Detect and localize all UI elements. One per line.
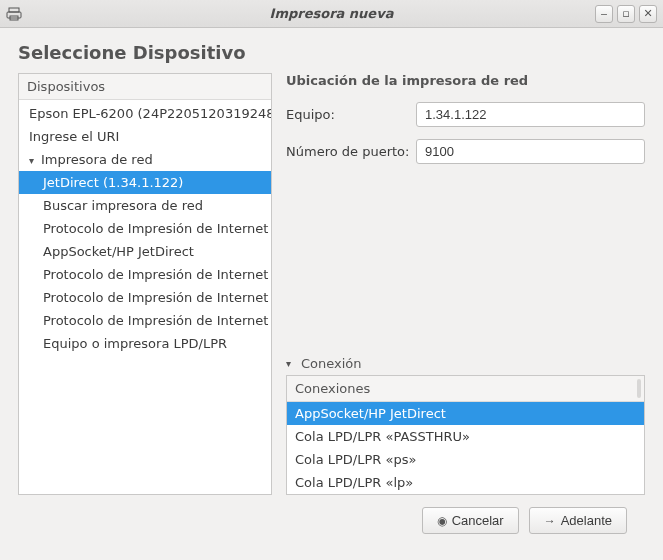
connection-item[interactable]: AppSocket/HP JetDirect	[287, 402, 644, 425]
device-item[interactable]: Epson EPL-6200 (24P22051203192485)	[19, 102, 271, 125]
cancel-icon: ◉	[437, 514, 447, 528]
device-item-label: AppSocket/HP JetDirect	[43, 244, 194, 259]
maximize-button[interactable]: ▫	[617, 5, 635, 23]
connection-list[interactable]: AppSocket/HP JetDirectCola LPD/LPR «PASS…	[287, 402, 644, 494]
connection-list-header: Conexiones	[287, 376, 644, 402]
device-item-label: Equipo o impresora LPD/LPR	[43, 336, 227, 351]
chevron-down-icon: ▾	[29, 155, 39, 166]
main-area: Dispositivos Epson EPL-6200 (24P22051203…	[18, 73, 645, 495]
device-item-label: JetDirect (1.34.1.122)	[43, 175, 183, 190]
device-item[interactable]: Protocolo de Impresión de Internet (ipp)	[19, 217, 271, 240]
host-input[interactable]	[416, 102, 645, 127]
printer-icon	[6, 6, 22, 22]
port-input[interactable]	[416, 139, 645, 164]
chevron-down-icon: ▾	[286, 358, 296, 369]
right-panel: Ubicación de la impresora de red Equipo:…	[286, 73, 645, 495]
device-item[interactable]: JetDirect (1.34.1.122)	[19, 171, 271, 194]
device-item-label: Impresora de red	[41, 152, 153, 167]
cancel-label: Cancelar	[452, 513, 504, 528]
device-item-label: Ingrese el URI	[29, 129, 119, 144]
device-item[interactable]: Protocolo de Impresión de Internet (http…	[19, 309, 271, 332]
arrow-right-icon: →	[544, 514, 556, 528]
device-item-label: Protocolo de Impresión de Internet (http…	[43, 313, 271, 328]
device-item-label: Buscar impresora de red	[43, 198, 203, 213]
window-controls: ‒ ▫ ✕	[595, 5, 657, 23]
devices-header: Dispositivos	[19, 74, 271, 100]
titlebar: Impresora nueva ‒ ▫ ✕	[0, 0, 663, 28]
svg-rect-0	[9, 8, 19, 12]
cancel-button[interactable]: ◉ Cancelar	[422, 507, 519, 534]
content-area: Seleccione Dispositivo Dispositivos Epso…	[0, 28, 663, 546]
host-row: Equipo:	[286, 102, 645, 127]
window-title: Impresora nueva	[0, 6, 663, 21]
devices-panel: Dispositivos Epson EPL-6200 (24P22051203…	[18, 73, 272, 495]
minimize-button[interactable]: ‒	[595, 5, 613, 23]
device-item-label: Protocolo de Impresión de Internet (ipps…	[43, 290, 271, 305]
connection-section: ▾ Conexión Conexiones AppSocket/HP JetDi…	[286, 356, 645, 495]
device-item[interactable]: Protocolo de Impresión de Internet (http…	[19, 263, 271, 286]
network-location-title: Ubicación de la impresora de red	[286, 73, 645, 88]
connection-item[interactable]: Cola LPD/LPR «lp»	[287, 471, 644, 494]
devices-list[interactable]: Epson EPL-6200 (24P22051203192485)Ingres…	[19, 100, 271, 494]
device-item[interactable]: ▾Impresora de red	[19, 148, 271, 171]
connection-item[interactable]: Cola LPD/LPR «PASSTHRU»	[287, 425, 644, 448]
device-item[interactable]: Buscar impresora de red	[19, 194, 271, 217]
device-item[interactable]: Ingrese el URI	[19, 125, 271, 148]
footer: ◉ Cancelar → Adelante	[18, 495, 645, 534]
page-title: Seleccione Dispositivo	[18, 42, 645, 63]
connection-section-label: Conexión	[301, 356, 362, 371]
connection-item[interactable]: Cola LPD/LPR «ps»	[287, 448, 644, 471]
device-item-label: Protocolo de Impresión de Internet (ipp)	[43, 221, 271, 236]
device-item[interactable]: AppSocket/HP JetDirect	[19, 240, 271, 263]
device-item-label: Protocolo de Impresión de Internet (http…	[43, 267, 271, 282]
connection-list-wrap: Conexiones AppSocket/HP JetDirectCola LP…	[286, 375, 645, 495]
device-item[interactable]: Protocolo de Impresión de Internet (ipps…	[19, 286, 271, 309]
host-label: Equipo:	[286, 107, 416, 122]
port-row: Número de puerto:	[286, 139, 645, 164]
forward-button[interactable]: → Adelante	[529, 507, 627, 534]
device-item-label: Epson EPL-6200 (24P22051203192485)	[29, 106, 271, 121]
close-button[interactable]: ✕	[639, 5, 657, 23]
connection-expander[interactable]: ▾ Conexión	[286, 356, 645, 371]
svg-rect-1	[7, 12, 21, 18]
port-label: Número de puerto:	[286, 144, 416, 159]
device-item[interactable]: Equipo o impresora LPD/LPR	[19, 332, 271, 355]
forward-label: Adelante	[561, 513, 612, 528]
